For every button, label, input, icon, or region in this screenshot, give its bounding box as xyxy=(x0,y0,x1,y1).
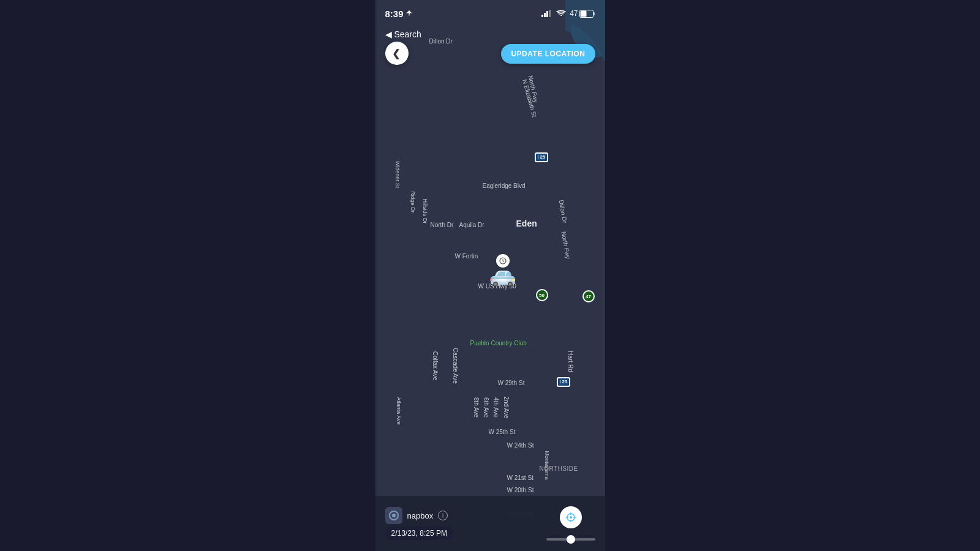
search-back-row: ◀ Search xyxy=(375,27,605,42)
svg-rect-77 xyxy=(541,15,543,17)
bottom-right xyxy=(546,506,595,541)
status-bar: 8:39 47 xyxy=(375,0,605,27)
svg-line-68 xyxy=(503,261,504,262)
phone-container: Dillon Dr N Elizabeth St North Fwy Eagle… xyxy=(375,0,605,551)
snapbox-name: napbox xyxy=(407,511,434,520)
zoom-slider-container xyxy=(546,538,595,541)
hwy47-badge: 47 xyxy=(582,290,595,302)
snapbox-info: napbox i xyxy=(385,507,453,524)
svg-point-85 xyxy=(392,514,396,517)
cascade-label: Cascade Ave xyxy=(451,348,458,384)
4th-label: 4th Ave xyxy=(492,397,499,418)
info-icon[interactable]: i xyxy=(438,511,448,520)
montezuma-label: Montezuma xyxy=(543,451,549,479)
eagleridge-label: Eagleridge Blvd xyxy=(483,182,526,189)
signal-icon xyxy=(541,10,552,17)
pueblo-cc-label: Pueblo Country Club xyxy=(470,340,527,347)
colfax-label: Colfax Ave xyxy=(432,351,439,381)
wifi-icon xyxy=(556,10,566,17)
2nd-label: 2nd Ave xyxy=(503,397,510,419)
svg-rect-80 xyxy=(549,10,551,17)
8th-label: 8th Ave xyxy=(473,397,480,418)
hillside-label: Hillside Dr xyxy=(421,198,428,223)
location-arrow-icon xyxy=(405,10,413,17)
svg-rect-78 xyxy=(544,13,546,17)
aquila-dr-label: Aquila Dr xyxy=(459,222,484,228)
update-location-button[interactable]: UPDATE LOCATION xyxy=(501,44,595,64)
bottom-bar: napbox i 2/13/23, 8:25 PM xyxy=(375,496,605,551)
hwy50-badge: 50 xyxy=(536,289,548,301)
search-link[interactable]: ◀ Search xyxy=(385,29,421,39)
battery-icon xyxy=(579,10,595,18)
snapbox-logo-icon xyxy=(388,510,399,521)
car-time-badge xyxy=(496,254,510,268)
status-icons: 47 xyxy=(541,9,595,18)
timestamp: 2/13/23, 8:25 PM xyxy=(385,527,453,540)
status-time: 8:39 xyxy=(385,9,413,19)
i25-badge-upper: I 25 xyxy=(535,152,549,162)
my-location-button[interactable] xyxy=(560,506,582,528)
w21-label: W 21st St xyxy=(507,474,533,481)
svg-rect-76 xyxy=(491,277,515,279)
atlanta-label: Atlanta Ave xyxy=(395,397,401,424)
w-fortin-label: W Fortin xyxy=(455,253,478,260)
widener-label: Widener St xyxy=(394,161,401,189)
svg-rect-83 xyxy=(580,10,586,17)
svg-point-87 xyxy=(570,516,572,519)
w29-label: W 29th St xyxy=(498,380,525,386)
zoom-handle[interactable] xyxy=(567,535,575,544)
car-icon xyxy=(489,269,517,286)
zoom-slider[interactable] xyxy=(546,538,595,541)
location-target-icon xyxy=(565,512,576,523)
hart-label: Hart Rd xyxy=(567,351,573,372)
svg-rect-79 xyxy=(546,11,548,17)
back-chevron-icon: ❮ xyxy=(392,48,400,59)
w25-label: W 25th St xyxy=(489,429,516,435)
svg-rect-82 xyxy=(593,12,595,15)
north-dr-label: North Dr xyxy=(431,222,454,228)
car-marker xyxy=(489,254,517,286)
i25-badge-lower: I 25 xyxy=(557,377,571,387)
svg-point-73 xyxy=(508,283,511,285)
ridge-label: Ridge Dr xyxy=(409,191,415,213)
battery-container: 47 xyxy=(570,9,595,18)
eden-label: Eden xyxy=(516,219,537,228)
battery-level: 47 xyxy=(570,9,578,18)
w20-label: W 20th St xyxy=(507,487,534,493)
bottom-app-info: napbox i 2/13/23, 8:25 PM xyxy=(385,507,453,540)
w24-label: W 24th St xyxy=(507,442,534,449)
svg-point-71 xyxy=(494,283,496,285)
snapbox-logo xyxy=(385,507,402,524)
back-button[interactable]: ❮ xyxy=(385,42,409,65)
6th-label: 6th Ave xyxy=(483,397,489,418)
